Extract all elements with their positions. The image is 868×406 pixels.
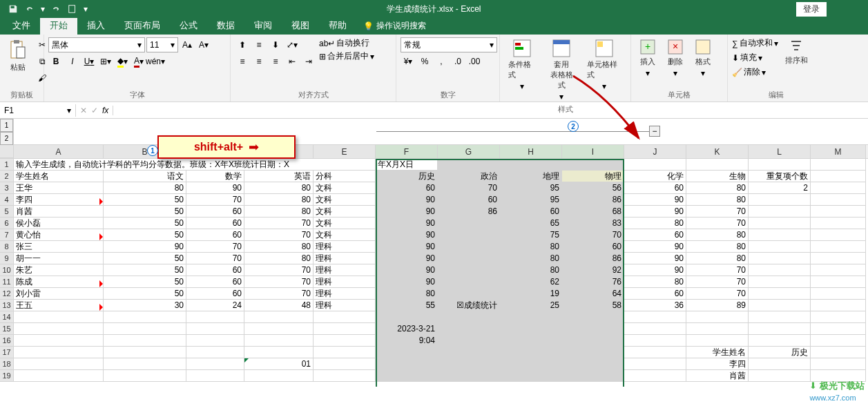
- undo-icon[interactable]: [22, 1, 37, 17]
- cell[interactable]: 55: [376, 300, 438, 311]
- tab-home[interactable]: 开始: [40, 17, 77, 35]
- cell[interactable]: 理科: [314, 288, 376, 300]
- tab-help[interactable]: 帮助: [319, 17, 356, 35]
- cell[interactable]: 学生姓名: [14, 171, 104, 182]
- cell[interactable]: [438, 288, 500, 300]
- cell[interactable]: [811, 241, 866, 253]
- cell[interactable]: 60: [624, 182, 686, 194]
- cell[interactable]: 输入学生成绩，自动统计学科的平均分等数据。班级：X年X班统计日期：X: [14, 159, 376, 171]
- cell[interactable]: 56: [562, 182, 624, 194]
- cell[interactable]: [438, 264, 500, 276]
- align-center-icon[interactable]: ≡: [251, 54, 267, 69]
- cell[interactable]: 数学: [186, 171, 244, 182]
- cell[interactable]: [749, 276, 811, 288]
- cell[interactable]: 历史: [376, 171, 438, 182]
- align-bottom-icon[interactable]: ⬇: [268, 37, 283, 52]
- cell[interactable]: [811, 276, 866, 288]
- cell[interactable]: 86: [562, 253, 624, 264]
- cell[interactable]: 90: [376, 264, 438, 276]
- cell[interactable]: 36: [624, 300, 686, 311]
- cell[interactable]: 60: [186, 276, 244, 288]
- autosum-button[interactable]: ∑自动求和▾: [732, 37, 778, 49]
- cell[interactable]: 65: [500, 218, 562, 229]
- cell[interactable]: 70: [562, 229, 624, 241]
- cell[interactable]: [244, 335, 314, 347]
- cell[interactable]: 80: [500, 253, 562, 264]
- cell[interactable]: 80: [686, 194, 749, 206]
- cell[interactable]: 86: [438, 206, 500, 218]
- cell[interactable]: [314, 335, 376, 347]
- row-header[interactable]: 10: [0, 264, 14, 276]
- cell[interactable]: [438, 323, 500, 335]
- row-header[interactable]: 9: [0, 253, 14, 264]
- border-icon[interactable]: ⊞▾: [98, 54, 113, 69]
- cell[interactable]: 80: [244, 182, 314, 194]
- cell[interactable]: [244, 370, 314, 382]
- cell[interactable]: 9:04: [376, 335, 438, 347]
- cell[interactable]: 60: [624, 229, 686, 241]
- cell[interactable]: 侯小磊: [14, 218, 104, 229]
- cell[interactable]: 60: [186, 218, 244, 229]
- cell[interactable]: 95: [500, 194, 562, 206]
- cell-styles-button[interactable]: 单元格样式▾: [583, 37, 626, 93]
- cell[interactable]: 80: [624, 276, 686, 288]
- cell[interactable]: [376, 311, 438, 323]
- cell[interactable]: 90: [376, 229, 438, 241]
- row-header[interactable]: 6: [0, 218, 14, 229]
- cell[interactable]: [438, 335, 500, 347]
- cell[interactable]: [749, 311, 811, 323]
- row-header[interactable]: 15: [0, 323, 14, 335]
- cell[interactable]: 80: [376, 288, 438, 300]
- cell[interactable]: 80: [686, 253, 749, 264]
- cell[interactable]: [811, 159, 866, 171]
- row-header[interactable]: 5: [0, 206, 14, 218]
- tab-data[interactable]: 数据: [207, 17, 244, 35]
- cell[interactable]: [811, 253, 866, 264]
- phonetic-icon[interactable]: wén▾: [148, 54, 163, 69]
- cell[interactable]: [438, 253, 500, 264]
- cell[interactable]: [811, 335, 866, 347]
- row-header[interactable]: 3: [0, 182, 14, 194]
- cell[interactable]: 75: [500, 229, 562, 241]
- cell[interactable]: 刘小雷: [14, 288, 104, 300]
- cell[interactable]: [438, 159, 500, 171]
- number-format-combo[interactable]: 常规▾: [401, 37, 497, 52]
- cell[interactable]: 政治: [438, 171, 500, 182]
- cell[interactable]: 50: [104, 218, 186, 229]
- cell[interactable]: [749, 159, 811, 171]
- cell[interactable]: 89: [686, 300, 749, 311]
- cell[interactable]: [749, 300, 811, 311]
- cell[interactable]: 理科: [314, 276, 376, 288]
- cell[interactable]: 文科: [314, 182, 376, 194]
- cell[interactable]: 文科: [314, 206, 376, 218]
- cell[interactable]: 王华: [14, 182, 104, 194]
- cell[interactable]: 80: [686, 241, 749, 253]
- cell[interactable]: 70: [244, 288, 314, 300]
- cell[interactable]: 90: [186, 182, 244, 194]
- cell[interactable]: 60: [562, 241, 624, 253]
- cell[interactable]: 90: [376, 253, 438, 264]
- cell[interactable]: [186, 311, 244, 323]
- cell[interactable]: [811, 229, 866, 241]
- cell[interactable]: 60: [376, 182, 438, 194]
- cell[interactable]: [624, 347, 686, 358]
- cell[interactable]: [811, 206, 866, 218]
- cancel-formula-icon[interactable]: ✕: [80, 106, 87, 115]
- grid-body[interactable]: 1输入学生成绩，自动统计学科的平均分等数据。班级：X年X班统计日期：X年X月X日…: [0, 159, 868, 382]
- cell[interactable]: 50: [104, 288, 186, 300]
- cell[interactable]: [811, 264, 866, 276]
- cell[interactable]: [811, 311, 866, 323]
- cell[interactable]: [811, 347, 866, 358]
- cell[interactable]: [749, 241, 811, 253]
- cell[interactable]: [14, 311, 104, 323]
- cell[interactable]: 90: [624, 253, 686, 264]
- cell[interactable]: [624, 159, 686, 171]
- cell[interactable]: 60: [186, 206, 244, 218]
- cell[interactable]: [749, 370, 811, 382]
- cell[interactable]: [562, 370, 624, 382]
- cell[interactable]: [562, 358, 624, 370]
- cell[interactable]: 01: [244, 358, 314, 370]
- cell[interactable]: 76: [562, 276, 624, 288]
- cell[interactable]: [438, 241, 500, 253]
- cell[interactable]: [624, 311, 686, 323]
